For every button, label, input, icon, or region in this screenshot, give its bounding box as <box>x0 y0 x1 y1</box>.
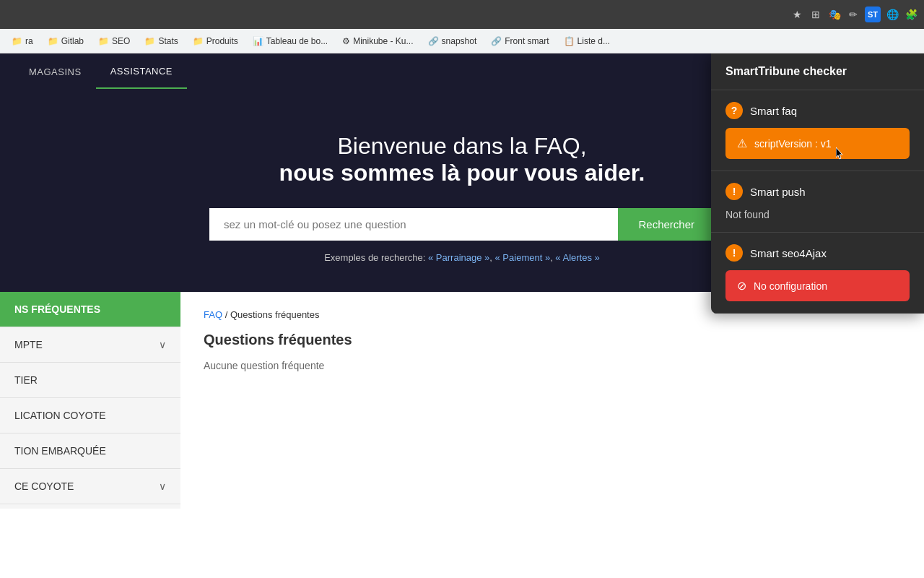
example-paiement[interactable]: « Paiement » <box>495 252 551 263</box>
sidebar-item-faq[interactable]: NS FRÉQUENTES <box>0 292 180 327</box>
link-icon: 🔗 <box>491 36 502 46</box>
bookmark-label: Gitlab <box>61 36 84 46</box>
folder-icon: 📁 <box>144 36 155 46</box>
sidebar-label: CE COYOTE <box>14 480 74 492</box>
chevron-down-icon: ∨ <box>159 339 166 350</box>
checker-faq-badge: ⚠ scriptVersion : v1 <box>725 128 910 159</box>
no-config-icon: ⊘ <box>737 279 746 293</box>
bookmark-label: Stats <box>158 36 178 46</box>
checker-push-title-row: ! Smart push <box>725 183 910 200</box>
folder-icon: 📁 <box>48 36 58 46</box>
checker-seo-badge-text: No configuration <box>754 280 827 292</box>
hero-title-line1: Bienvenue dans la FAQ, <box>337 133 586 159</box>
folder-icon: 📁 <box>98 36 109 46</box>
warning-icon: ⚠ <box>737 137 747 150</box>
puzzle-icon[interactable]: 🧩 <box>904 7 918 22</box>
chevron-down-icon: ∨ <box>159 480 166 492</box>
search-bar: Rechercher <box>209 208 715 241</box>
checker-section-push: ! Smart push Not found <box>711 171 924 233</box>
nav-magasins[interactable]: MAGASINS <box>14 56 96 88</box>
search-input[interactable] <box>209 208 618 241</box>
gear-icon: ⚙ <box>342 36 350 46</box>
main-page: MAGASINS ASSISTANCE 👤 MON COMPTE Bienven… <box>0 53 924 578</box>
folder-icon: 📁 <box>12 36 22 46</box>
bookmark-label: Minikube - Ku... <box>353 36 413 46</box>
content-area: NS FRÉQUENTES MPTE ∨ TIER LICATION COYOT… <box>0 292 924 509</box>
mask-icon[interactable]: 🎭 <box>827 7 842 22</box>
main-content: FAQ / Questions fréquentes Questions fré… <box>180 292 924 509</box>
breadcrumb-current: Questions fréquentes <box>230 309 320 320</box>
browser-bar: ★ ⊞ 🎭 ✏ ST 🌐 🧩 <box>0 0 924 29</box>
no-questions-text: Aucune question fréquente <box>204 360 901 371</box>
bookmark-liste[interactable]: 📋 Liste d... <box>558 33 616 49</box>
nav-assistance[interactable]: ASSISTANCE <box>96 55 187 89</box>
search-button[interactable]: Rechercher <box>618 208 715 241</box>
bookmark-stats[interactable]: 📁 Stats <box>139 33 183 49</box>
breadcrumb-separator: / <box>225 309 230 320</box>
list-icon: 📋 <box>564 36 575 46</box>
checker-faq-title: Smart faq <box>750 105 797 117</box>
bookmark-gitlab[interactable]: 📁 Gitlab <box>42 33 90 49</box>
sidebar: NS FRÉQUENTES MPTE ∨ TIER LICATION COYOT… <box>0 292 180 509</box>
content-title: Questions fréquentes <box>204 332 901 348</box>
sidebar-item-tion-embarquee[interactable]: TION EMBARQUÉE <box>0 434 180 469</box>
link-icon: 🔗 <box>428 36 439 46</box>
example-alertes[interactable]: « Alertes » <box>555 252 599 263</box>
grid-icon[interactable]: ⊞ <box>808 7 823 22</box>
bookmark-label: Front smart <box>505 36 549 46</box>
smarttribune-ext-icon[interactable]: ST <box>865 7 881 22</box>
bookmark-ra[interactable]: 📁 ra <box>6 33 39 49</box>
edit-icon[interactable]: ✏ <box>846 7 860 22</box>
checker-seo-title: Smart seo4Ajax <box>750 247 827 259</box>
checker-push-title: Smart push <box>750 186 806 198</box>
bookmark-label: SEO <box>112 36 130 46</box>
checker-section-faq: ? Smart faq ⚠ scriptVersion : v1 <box>711 90 924 171</box>
bookmark-minikube[interactable]: ⚙ Minikube - Ku... <box>336 33 419 49</box>
checker-faq-icon: ? <box>725 102 743 119</box>
sidebar-item-compte[interactable]: MPTE ∨ <box>0 327 180 363</box>
bookmark-label: ra <box>25 36 33 46</box>
checker-push-not-found: Not found <box>725 209 910 220</box>
checker-section-seo: ! Smart seo4Ajax ⊘ No configuration <box>711 233 924 314</box>
chart-icon: 📊 <box>253 36 263 46</box>
checker-seo-icon: ! <box>725 244 743 262</box>
checker-faq-title-row: ? Smart faq <box>725 102 910 119</box>
bookmark-tableau[interactable]: 📊 Tableau de bo... <box>247 33 334 49</box>
checker-faq-badge-text: scriptVersion : v1 <box>754 138 832 150</box>
bookmark-label: Tableau de bo... <box>266 36 328 46</box>
bookmark-seo[interactable]: 📁 SEO <box>92 33 136 49</box>
example-parrainage[interactable]: « Parrainage » <box>428 252 489 263</box>
folder-icon: 📁 <box>193 36 204 46</box>
sidebar-label: MPTE <box>14 339 43 350</box>
bookmark-produits[interactable]: 📁 Produits <box>187 33 244 49</box>
bookmark-star-icon[interactable]: ★ <box>790 7 804 22</box>
checker-seo-badge: ⊘ No configuration <box>725 270 910 301</box>
breadcrumb-faq-link[interactable]: FAQ <box>204 309 222 320</box>
bookmark-snapshot[interactable]: 🔗 snapshot <box>422 33 483 49</box>
examples-prefix: Exemples de recherche: <box>324 252 425 263</box>
sidebar-item-app-coyote[interactable]: LICATION COYOTE <box>0 398 180 434</box>
checker-seo-title-row: ! Smart seo4Ajax <box>725 244 910 262</box>
bookmarks-bar: 📁 ra 📁 Gitlab 📁 SEO 📁 Stats 📁 Produits 📊… <box>0 29 924 53</box>
bookmark-label: snapshot <box>442 36 477 46</box>
checker-push-icon: ! <box>725 183 743 200</box>
globe-icon[interactable]: 🌐 <box>885 7 899 22</box>
bookmark-label: Liste d... <box>578 36 610 46</box>
bookmark-label: Produits <box>206 36 238 46</box>
bookmark-front-smart[interactable]: 🔗 Front smart <box>485 33 554 49</box>
sidebar-item-ce-coyote[interactable]: CE COYOTE ∨ <box>0 469 180 504</box>
sidebar-item-tier[interactable]: TIER <box>0 363 180 398</box>
checker-panel: SmartTribune checker ? Smart faq ⚠ scrip… <box>711 53 924 314</box>
hero-title-line2: nous sommes là pour vous aider. <box>279 160 645 186</box>
checker-panel-title: SmartTribune checker <box>711 53 924 90</box>
